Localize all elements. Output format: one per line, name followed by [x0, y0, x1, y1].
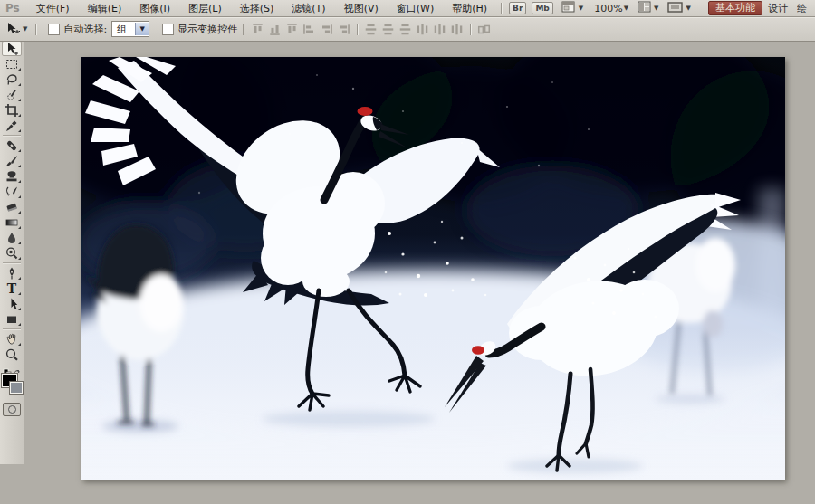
tool-blur[interactable]: [2, 230, 22, 245]
workspace-painting-button[interactable]: 绘: [797, 2, 810, 15]
tool-eraser[interactable]: [2, 199, 22, 214]
tools-panel: T: [0, 41, 24, 464]
distribute-bottom-edges-icon[interactable]: [398, 23, 412, 36]
dropdown-arrow-icon[interactable]: ▼: [135, 23, 149, 35]
move-icon: [5, 42, 19, 56]
auto-select-target-value: 组: [112, 23, 135, 36]
align-right-edges-icon[interactable]: [337, 23, 350, 36]
screen-mode-icon[interactable]: [667, 2, 683, 15]
menu-file[interactable]: 文件(F): [27, 1, 79, 16]
align-horizontal-centers-icon[interactable]: [320, 23, 333, 36]
divider: [470, 24, 471, 35]
tool-history-brush[interactable]: [2, 184, 22, 199]
distribute-vertical-centers-icon[interactable]: [381, 23, 395, 36]
arrange-documents-icon[interactable]: [638, 1, 651, 15]
align-top-edges-icon[interactable]: [251, 23, 264, 36]
distribute-left-edges-icon[interactable]: [416, 23, 429, 36]
quick-mask-icon: [8, 405, 16, 414]
auto-select-checkbox[interactable]: [48, 24, 60, 35]
launch-bridge-button[interactable]: Br: [509, 2, 526, 14]
crane-photo: [82, 57, 785, 480]
rectangular-marquee-icon: [5, 57, 19, 71]
tool-dodge[interactable]: [2, 245, 22, 261]
tool-hand[interactable]: [2, 331, 22, 347]
workspace-essentials-button[interactable]: 基本功能: [708, 1, 762, 15]
blur-icon: [5, 231, 19, 245]
svg-text:T: T: [7, 281, 17, 296]
tool-spot-healing-brush[interactable]: [2, 138, 22, 153]
hand-icon: [5, 332, 19, 347]
tools-divider: [3, 135, 21, 136]
menu-image[interactable]: 图像(I): [130, 1, 179, 16]
tools-divider: [3, 262, 21, 263]
tool-crop[interactable]: [2, 102, 22, 118]
tool-move[interactable]: [2, 41, 22, 56]
auto-select-target-dropdown[interactable]: 组 ▼: [111, 21, 149, 37]
show-transform-label: 显示变换控件: [177, 23, 237, 36]
show-transform-checkbox[interactable]: [162, 24, 174, 35]
workspace-switcher: 基本功能 设计 绘: [708, 0, 815, 16]
auto-select-label: 自动选择:: [63, 23, 107, 36]
menu-layer[interactable]: 图层(L): [179, 1, 231, 16]
brush-icon: [5, 154, 19, 168]
divider: [357, 24, 358, 35]
photoshop-logo: Ps: [0, 2, 27, 14]
distribute-top-edges-icon[interactable]: [364, 23, 378, 36]
distribute-right-edges-icon[interactable]: [450, 23, 464, 36]
menu-bar: Ps 文件(F) 编辑(E) 图像(I) 图层(L) 选择(S) 滤镜(T) 视…: [0, 0, 815, 17]
tool-lasso[interactable]: [2, 71, 22, 87]
lasso-icon: [5, 72, 19, 87]
zoom-level-value[interactable]: 100%: [594, 3, 622, 14]
view-extras-icon[interactable]: [561, 1, 576, 15]
tool-gradient[interactable]: [2, 214, 22, 230]
pen-icon: [5, 266, 19, 281]
type-icon: T: [5, 281, 19, 296]
tool-rectangular-marquee[interactable]: [2, 56, 22, 71]
tool-quick-selection[interactable]: [2, 87, 22, 102]
quick-mask-mode-button[interactable]: [3, 403, 21, 416]
tools-divider: [3, 328, 21, 329]
photoshop-window: { "app": { "logo": "Ps" }, "menu_bar": {…: [0, 0, 815, 504]
distribute-horizontal-centers-icon[interactable]: [433, 23, 446, 36]
screen-mode-dropdown-arrow[interactable]: ▼: [686, 5, 690, 12]
tool-clone-stamp[interactable]: [2, 168, 22, 184]
tool-options-bar: ▼ 自动选择: 组 ▼ 显示变换控件: [0, 17, 815, 42]
zoom-level-dropdown-arrow[interactable]: ▼: [624, 5, 628, 12]
menu-edit[interactable]: 编辑(E): [79, 1, 131, 16]
menu-help[interactable]: 帮助(H): [443, 1, 496, 16]
workspace-design-button[interactable]: 设计: [768, 2, 788, 15]
menu-select[interactable]: 选择(S): [231, 1, 283, 16]
view-extras-dropdown-arrow[interactable]: ▼: [579, 5, 583, 12]
tool-path-selection[interactable]: [2, 296, 22, 311]
align-vertical-centers-icon[interactable]: [268, 23, 282, 36]
rectangle-shape-icon: [5, 312, 19, 327]
current-tool-icon: [0, 22, 22, 36]
align-left-edges-icon[interactable]: [302, 23, 316, 36]
tool-type[interactable]: T: [2, 281, 22, 296]
tool-preset-dropdown-arrow[interactable]: ▼: [23, 25, 27, 33]
divider: [243, 24, 244, 35]
crop-icon: [5, 103, 19, 118]
eyedropper-icon: [5, 119, 19, 133]
tool-rectangle-shape[interactable]: [2, 311, 22, 327]
alignment-buttons-group: [249, 23, 493, 36]
tool-brush[interactable]: [2, 153, 22, 168]
swap-colors-icon[interactable]: [2, 364, 22, 373]
divider: [35, 24, 36, 35]
arrange-documents-dropdown-arrow[interactable]: ▼: [654, 5, 658, 12]
auto-align-layers-icon[interactable]: [477, 23, 491, 36]
dodge-icon: [5, 246, 19, 261]
tool-eyedropper[interactable]: [2, 118, 22, 133]
launch-mini-bridge-button[interactable]: Mb: [532, 2, 552, 14]
menu-filter[interactable]: 滤镜(T): [283, 1, 334, 16]
divider: [501, 3, 502, 14]
menu-window[interactable]: 窗口(W): [388, 1, 443, 16]
document-canvas[interactable]: [82, 57, 785, 480]
background-color-swatch[interactable]: [10, 382, 23, 394]
tool-pen[interactable]: [2, 265, 22, 281]
tool-zoom[interactable]: [2, 347, 22, 362]
align-bottom-edges-icon[interactable]: [285, 23, 299, 36]
menu-view[interactable]: 视图(V): [335, 1, 388, 16]
quick-selection-icon: [5, 88, 19, 102]
eraser-icon: [5, 200, 19, 214]
